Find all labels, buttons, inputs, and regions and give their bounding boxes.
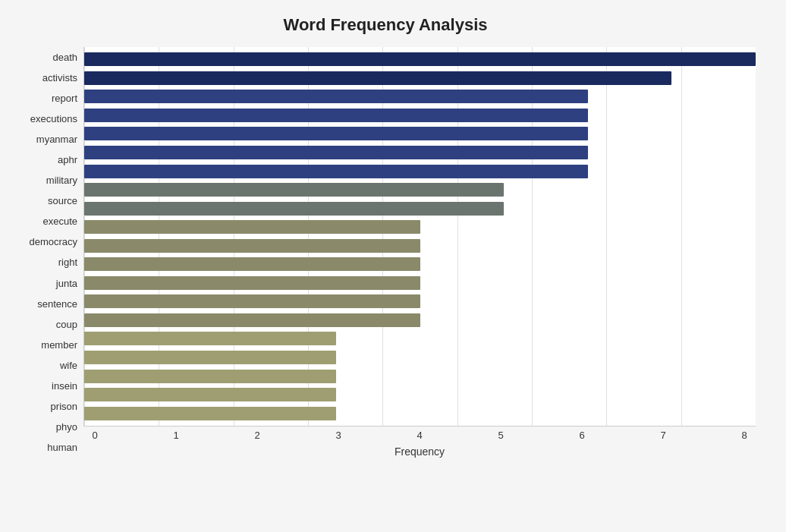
bar-row bbox=[84, 293, 756, 310]
bar-row bbox=[84, 70, 756, 87]
bar bbox=[84, 313, 420, 327]
x-tick: 5 bbox=[489, 430, 512, 441]
chart-area: deathactivistsreportexecutionsmyanmaraph… bbox=[15, 47, 756, 458]
x-tick: 6 bbox=[571, 430, 593, 441]
bar-row bbox=[84, 275, 756, 291]
bar-row bbox=[84, 200, 756, 217]
bar bbox=[84, 146, 588, 159]
bar bbox=[84, 90, 588, 103]
y-axis-label: human bbox=[47, 439, 77, 455]
bar-row bbox=[84, 181, 756, 198]
bar bbox=[84, 332, 336, 345]
chart-title: Word Frequency Analysis bbox=[15, 15, 756, 35]
y-axis-label: sentence bbox=[37, 295, 77, 312]
bar-row bbox=[84, 51, 756, 68]
y-axis-label: death bbox=[52, 49, 77, 66]
y-axis-label: junta bbox=[56, 275, 77, 291]
x-tick: 8 bbox=[733, 430, 756, 441]
bar bbox=[84, 407, 336, 420]
bar bbox=[84, 202, 504, 216]
y-axis-label: activists bbox=[42, 70, 77, 87]
bar bbox=[84, 220, 420, 234]
bar-row bbox=[84, 386, 756, 403]
y-axis-label: execute bbox=[42, 213, 77, 230]
bar-row bbox=[84, 238, 756, 254]
x-tick: 3 bbox=[327, 430, 350, 441]
x-tick: 7 bbox=[652, 430, 674, 441]
bars-area bbox=[83, 47, 756, 427]
bar bbox=[84, 257, 420, 271]
bar-row bbox=[84, 368, 756, 385]
bar bbox=[84, 370, 336, 383]
bar-row bbox=[84, 107, 756, 124]
bar bbox=[84, 52, 756, 66]
bar-row bbox=[84, 405, 756, 422]
bar bbox=[84, 388, 336, 401]
bars-wrapper bbox=[84, 47, 756, 426]
bar-row bbox=[84, 88, 756, 105]
bar-row bbox=[84, 144, 756, 161]
y-axis-label: phyo bbox=[56, 418, 77, 435]
bar bbox=[84, 127, 588, 140]
x-axis-label: Frequency bbox=[83, 445, 756, 458]
y-axis-label: democracy bbox=[29, 234, 77, 250]
y-axis-label: myanmar bbox=[36, 131, 77, 148]
bar-row bbox=[84, 163, 756, 180]
bar-row bbox=[84, 312, 756, 329]
x-axis: 012345678 bbox=[83, 427, 756, 441]
y-axis-label: aphr bbox=[58, 152, 77, 168]
x-tick: 4 bbox=[408, 430, 431, 441]
y-axis-label: wife bbox=[60, 357, 77, 373]
y-axis-label: executions bbox=[30, 111, 77, 127]
y-axis-label: source bbox=[48, 193, 77, 209]
bar-row bbox=[84, 125, 756, 142]
bar bbox=[84, 276, 420, 290]
bar bbox=[84, 71, 671, 85]
bar bbox=[84, 165, 588, 178]
chart-container: Word Frequency Analysis deathactivistsre… bbox=[0, 0, 786, 532]
y-axis-label: military bbox=[46, 172, 77, 189]
bar bbox=[84, 109, 588, 122]
x-tick: 1 bbox=[165, 430, 187, 441]
y-axis-label: insein bbox=[52, 377, 77, 394]
x-tick: 2 bbox=[246, 430, 269, 441]
bar bbox=[84, 294, 420, 308]
y-axis-label: prison bbox=[51, 398, 77, 414]
bar-row bbox=[84, 219, 756, 235]
bars-and-xaxis: 012345678 Frequency bbox=[83, 47, 756, 458]
y-axis-label: right bbox=[58, 254, 77, 271]
bar bbox=[84, 183, 504, 197]
bar bbox=[84, 239, 420, 253]
y-axis-label: report bbox=[52, 90, 77, 107]
y-axis-label: member bbox=[41, 336, 77, 353]
y-axis: deathactivistsreportexecutionsmyanmaraph… bbox=[15, 47, 83, 458]
bar-row bbox=[84, 256, 756, 272]
x-tick: 0 bbox=[83, 430, 106, 441]
y-axis-label: coup bbox=[56, 316, 77, 332]
bar bbox=[84, 351, 336, 364]
bar-row bbox=[84, 330, 756, 347]
bar-row bbox=[84, 349, 756, 366]
